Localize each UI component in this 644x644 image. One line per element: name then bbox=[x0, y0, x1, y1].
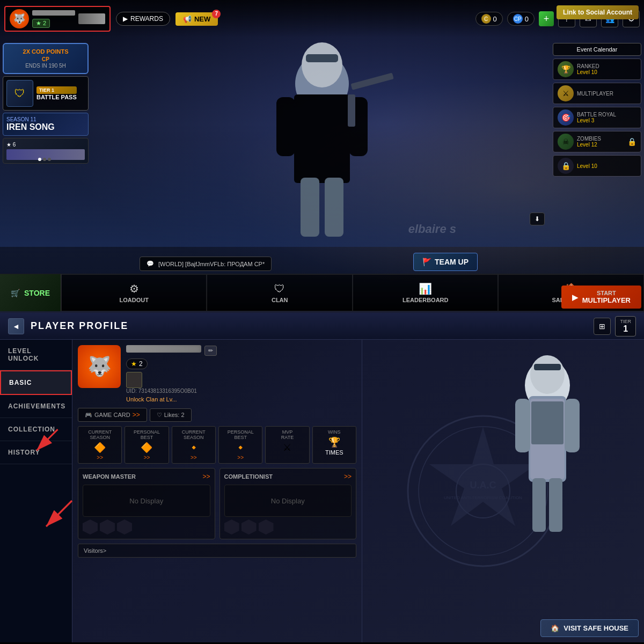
visitors-bar[interactable]: Visitors> bbox=[78, 544, 356, 558]
ranked-label: RANKED bbox=[577, 63, 636, 69]
cp-tag: CP bbox=[42, 56, 49, 62]
awards-grid: WEAPON MASTER >> No Display COMP bbox=[78, 468, 356, 539]
season-name: IREN SONG bbox=[6, 122, 85, 132]
battle-royal-icon: 🎯 bbox=[558, 109, 574, 126]
zombies-mode-card[interactable]: ☠ ZOMBIES Level 12 🔒 bbox=[553, 131, 641, 152]
edit-name-button[interactable]: ✏ bbox=[204, 346, 217, 356]
stat-icon-3: 🔸 bbox=[175, 442, 213, 453]
profile-left-panel: 🐺 ✏ ★ 2 UID: 73143813316395O0B01 Unlock … bbox=[72, 340, 362, 642]
cart-icon: 🛒 bbox=[11, 289, 20, 297]
locked-mode-card[interactable]: 🔒 Level 10 bbox=[553, 155, 641, 177]
player-uid: UID: 73143813316395O0B01 bbox=[126, 388, 356, 394]
star-icon: ★ bbox=[131, 360, 137, 368]
stat-label-3: CURRENTSEASON bbox=[175, 429, 213, 440]
profile-sidebar: LEVEL UNLOCK BASIC ACHIEVEMENTS COLLECTI… bbox=[0, 340, 72, 642]
locked-icon: 🔒 bbox=[558, 158, 574, 174]
stat-wins: WINS 🏆 TIMES bbox=[312, 426, 356, 464]
player-level-badge: ★ 2 bbox=[32, 19, 50, 28]
svg-point-26 bbox=[530, 355, 565, 394]
game-watermark: elbaire s bbox=[408, 222, 456, 236]
ranked-icon: 🏆 bbox=[558, 61, 574, 77]
social-banner[interactable]: Link to Social Account bbox=[557, 5, 639, 19]
start-multiplayer-button[interactable]: ▶ START MULTIPLAYER bbox=[561, 286, 641, 309]
multiplayer-mode-card[interactable]: ⚔ MULTIPLAYER bbox=[553, 83, 641, 104]
event-calendar-button[interactable]: Event Calendar bbox=[553, 43, 641, 56]
player-info: ★ 2 bbox=[32, 10, 75, 28]
add-currency-button[interactable]: + bbox=[539, 11, 554, 26]
store-button[interactable]: 🛒 STORE bbox=[0, 274, 61, 311]
zombies-info: ZOMBIES Level 12 bbox=[577, 136, 624, 148]
svg-rect-25 bbox=[531, 401, 564, 444]
weapon-master-arrow[interactable]: >> bbox=[202, 473, 210, 480]
multiplayer-icon: ⚔ bbox=[558, 85, 574, 101]
nav-clan[interactable]: 🛡 CLAN bbox=[207, 274, 353, 311]
star-icon: ★ bbox=[36, 20, 41, 27]
dot-2 bbox=[43, 158, 46, 161]
zombies-icon: ☠ bbox=[558, 134, 574, 150]
sidebar-item-achievements[interactable]: ACHIEVEMENTS bbox=[0, 395, 72, 418]
completionist-hex-3 bbox=[259, 519, 274, 535]
download-icon: ⬇ bbox=[535, 215, 540, 223]
svg-rect-3 bbox=[298, 105, 346, 175]
svg-rect-6 bbox=[301, 178, 319, 237]
zombies-label: ZOMBIES bbox=[577, 136, 624, 142]
rewards-button[interactable]: ▶ REWARDS bbox=[116, 12, 170, 26]
stat-label-4: PERSONALBEST bbox=[222, 429, 259, 440]
sidebar-item-basic[interactable]: BASIC bbox=[0, 370, 72, 395]
svg-rect-9 bbox=[306, 54, 338, 62]
completionist-header: COMPLETIONIST >> bbox=[224, 473, 352, 480]
profile-settings-button[interactable]: ⊞ bbox=[594, 318, 611, 335]
season-card[interactable]: SEASON 11 IREN SONG bbox=[3, 113, 89, 136]
placeholder-hex-2 bbox=[100, 519, 115, 535]
team-up-button[interactable]: 🚩 TEAM UP bbox=[413, 253, 478, 271]
completionist-display: No Display bbox=[224, 485, 352, 517]
battle-royal-mode-card[interactable]: 🎯 BATTLE ROYAL Level 3 bbox=[553, 107, 641, 128]
stat-label-2: PERSONALBEST bbox=[128, 429, 165, 440]
placeholder-hex-1 bbox=[83, 519, 98, 535]
stat-current-season-kd: CURRENTSEASON 🔶 >> bbox=[78, 426, 122, 464]
game-card-tab[interactable]: 🎮 GAME CARD >> bbox=[78, 408, 147, 422]
completionist-hex-2 bbox=[241, 519, 257, 535]
arrow-icon: >> bbox=[133, 411, 140, 419]
start-btn-text: START MULTIPLAYER bbox=[582, 290, 631, 304]
top-hud: 🐺 ★ 2 ▶ REWARDS 📢 NEW 7 C bbox=[0, 0, 644, 38]
zombies-lock-icon: 🔒 bbox=[627, 137, 636, 146]
carousel-dots bbox=[38, 158, 51, 161]
svg-point-8 bbox=[302, 42, 342, 87]
nav-items: ⚙ LOADOUT 🛡 CLAN 📊 LEADERBOARD 🏠 SAFE HO… bbox=[61, 274, 644, 311]
shield-icon: 🛡 bbox=[14, 87, 25, 100]
dot-3 bbox=[48, 158, 51, 161]
new-button[interactable]: 📢 NEW 7 bbox=[175, 12, 218, 26]
weapon-promo-label: ★ 6 bbox=[6, 142, 85, 148]
completionist-placeholders bbox=[224, 519, 352, 535]
tier-label: TIER bbox=[620, 319, 631, 324]
gold-coin-icon bbox=[126, 372, 142, 388]
back-button[interactable]: ◄ bbox=[8, 318, 24, 334]
nav-leaderboard[interactable]: 📊 LEADERBOARD bbox=[353, 274, 499, 311]
weapon-master-placeholders bbox=[83, 519, 210, 535]
stat-icon-6: 🏆 bbox=[316, 436, 353, 448]
cp-promo-card[interactable]: 2X COD POINTS CP ENDS IN 190 5H bbox=[3, 43, 89, 74]
tier-display: TIER 1 bbox=[615, 316, 636, 336]
weapon-master-header: WEAPON MASTER >> bbox=[83, 473, 210, 480]
likes-display: ♡ Likes: 2 bbox=[150, 408, 192, 422]
svg-rect-10 bbox=[350, 72, 393, 90]
stat-personal-best-kd: PERSONALBEST 🔶 >> bbox=[125, 426, 169, 464]
sidebar-item-level-unlock[interactable]: LEVEL UNLOCK bbox=[0, 340, 72, 370]
stat-icon-1: 🔶 bbox=[81, 442, 119, 453]
player-card[interactable]: 🐺 ★ 2 bbox=[4, 6, 111, 32]
nav-loadout[interactable]: ⚙ LOADOUT bbox=[61, 274, 207, 311]
completionist-arrow[interactable]: >> bbox=[344, 473, 352, 480]
megaphone-icon: 📢 bbox=[183, 15, 192, 23]
svg-rect-22 bbox=[565, 399, 580, 452]
ranked-mode-card[interactable]: 🏆 RANKED Level 10 bbox=[553, 58, 641, 80]
profile-title: PLAYER PROFILE bbox=[31, 320, 128, 332]
red-arrow-annotation-1 bbox=[38, 492, 80, 535]
player-avatar[interactable]: 🐺 bbox=[78, 345, 121, 388]
cp-promo-title: 2X COD POINTS bbox=[8, 48, 83, 55]
zombies-level: Level 12 bbox=[577, 142, 624, 148]
world-message: 💬 [WORLD] [BajfJmmVFLb: ПРОДАМ CP* bbox=[140, 257, 272, 271]
play-icon: ▶ bbox=[123, 15, 128, 23]
battle-pass-card[interactable]: 🛡 TIER 1 BATTLE PASS bbox=[3, 76, 89, 111]
visit-safe-house-button[interactable]: 🏠 VISIT SAFE HOUSE bbox=[540, 619, 639, 637]
